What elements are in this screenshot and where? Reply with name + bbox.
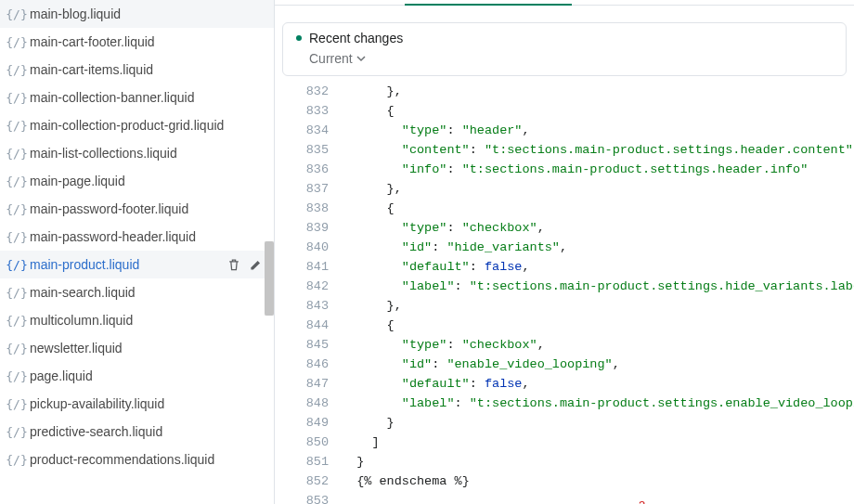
file-item-label: pickup-availability.liquid: [30, 396, 265, 411]
code-line[interactable]: "label": "t:sections.main-product.settin…: [342, 394, 854, 413]
code-file-icon: {/}: [9, 146, 24, 161]
file-item[interactable]: {/}main-blog.liquid: [0, 0, 274, 28]
code-line[interactable]: "id": "enable_video_looping",: [342, 355, 854, 374]
line-number: 840: [275, 238, 329, 257]
code-line[interactable]: [342, 491, 854, 504]
file-item-label: main-collection-banner.liquid: [30, 90, 265, 105]
code-file-icon: {/}: [9, 229, 24, 244]
editor-pane: Recent changes Current 83283383483583683…: [275, 0, 854, 504]
file-item[interactable]: {/}product-recommendations.liquid: [0, 446, 274, 473]
file-item[interactable]: {/}main-search.liquid: [0, 278, 274, 306]
line-number: 844: [275, 316, 329, 335]
file-item-label: main-search.liquid: [30, 285, 265, 300]
line-number: 851: [275, 452, 329, 472]
code-file-icon: {/}: [9, 6, 24, 21]
file-item[interactable]: {/}predictive-search.liquid: [0, 418, 274, 446]
file-item-label: main-blog.liquid: [30, 6, 265, 21]
code-line[interactable]: "id": "hide_variants",: [342, 238, 854, 257]
code-file-icon: {/}: [9, 34, 24, 49]
file-item-label: main-product.liquid: [30, 257, 220, 272]
chevron-down-icon: [356, 51, 366, 66]
code-line[interactable]: }: [342, 452, 854, 472]
code-line[interactable]: "default": false,: [342, 257, 854, 277]
file-item[interactable]: {/}main-password-footer.liquid: [0, 195, 274, 223]
code-file-icon: {/}: [9, 201, 24, 216]
line-number: 849: [275, 413, 329, 433]
edit-icon[interactable]: [248, 256, 265, 273]
line-number: 832: [275, 82, 329, 101]
file-item-label: predictive-search.liquid: [30, 424, 265, 439]
code-line[interactable]: {: [342, 199, 854, 218]
line-number: 852: [275, 472, 329, 491]
code-line[interactable]: "content": "t:sections.main-product.sett…: [342, 140, 854, 160]
recent-changes-bar: Recent changes Current: [282, 22, 847, 76]
code-editor[interactable]: 8328338348358368378388398408418428438448…: [275, 82, 854, 504]
sidebar-scrollbar-thumb[interactable]: [265, 241, 274, 316]
sidebar-scrollbar[interactable]: [265, 241, 274, 316]
line-number: 850: [275, 433, 329, 452]
active-tab-underline: [405, 4, 572, 6]
code-line[interactable]: "label": "t:sections.main-product.settin…: [342, 277, 854, 296]
code-file-icon: {/}: [9, 257, 24, 272]
code-line[interactable]: "type": "checkbox",: [342, 335, 854, 355]
code-file-icon: {/}: [9, 174, 24, 188]
code-file-icon: {/}: [9, 118, 24, 133]
line-number: 848: [275, 394, 329, 413]
file-item-actions: [226, 256, 265, 273]
file-item[interactable]: {/}main-cart-footer.liquid: [0, 28, 274, 56]
file-list: {/}main-blog.liquid{/}main-cart-footer.l…: [0, 0, 274, 504]
line-number: 846: [275, 355, 329, 374]
line-number: 841: [275, 257, 329, 277]
code-line[interactable]: },: [342, 296, 854, 316]
code-line[interactable]: "default": false,: [342, 374, 854, 394]
file-item[interactable]: {/}main-cart-items.liquid: [0, 56, 274, 84]
file-item-label: page.liquid: [30, 368, 265, 383]
current-version-label: Current: [309, 51, 353, 66]
file-item-label: multicolumn.liquid: [30, 313, 265, 328]
file-item[interactable]: {/}page.liquid: [0, 362, 274, 390]
line-number: 837: [275, 179, 329, 199]
file-item-label: main-page.liquid: [30, 174, 265, 188]
file-item[interactable]: {/}main-password-header.liquid: [0, 223, 274, 251]
editor-tabs: [275, 0, 854, 6]
code-file-icon: {/}: [9, 285, 24, 300]
line-number: 845: [275, 335, 329, 355]
code-line[interactable]: "type": "checkbox",: [342, 218, 854, 238]
file-item[interactable]: {/}main-product.liquid: [0, 251, 274, 278]
code-file-icon: {/}: [9, 424, 24, 439]
code-line[interactable]: },: [342, 179, 854, 199]
code-content[interactable]: }, { "type": "header", "content": "t:sec…: [342, 82, 854, 504]
file-item[interactable]: {/}multicolumn.liquid: [0, 306, 274, 334]
code-line[interactable]: {: [342, 316, 854, 335]
code-file-icon: {/}: [9, 452, 24, 467]
status-dot-icon: [296, 35, 302, 41]
file-item[interactable]: {/}main-collection-product-grid.liquid: [0, 111, 274, 139]
line-number: 835: [275, 140, 329, 160]
line-number: 842: [275, 277, 329, 296]
code-line[interactable]: "type": "header",: [342, 121, 854, 140]
file-item[interactable]: {/}newsletter.liquid: [0, 334, 274, 362]
file-item[interactable]: {/}main-list-collections.liquid: [0, 139, 274, 167]
file-sidebar: {/}main-blog.liquid{/}main-cart-footer.l…: [0, 0, 275, 504]
code-line[interactable]: {% endschema %}: [342, 472, 854, 491]
delete-icon[interactable]: [226, 256, 242, 273]
code-file-icon: {/}: [9, 341, 24, 355]
file-item-label: main-collection-product-grid.liquid: [30, 118, 265, 133]
file-item[interactable]: {/}main-page.liquid: [0, 167, 274, 195]
code-line[interactable]: ]: [342, 433, 854, 452]
file-item[interactable]: {/}main-collection-banner.liquid: [0, 84, 274, 111]
line-number: 839: [275, 218, 329, 238]
file-item-label: product-recommendations.liquid: [30, 452, 265, 467]
code-line[interactable]: "info": "t:sections.main-product.setting…: [342, 160, 854, 179]
file-item[interactable]: {/}pickup-availability.liquid: [0, 390, 274, 418]
line-number: 838: [275, 199, 329, 218]
line-number: 836: [275, 160, 329, 179]
code-line[interactable]: {: [342, 101, 854, 121]
line-number: 853: [275, 491, 329, 504]
annotation-number: 3: [639, 496, 645, 504]
code-line[interactable]: }: [342, 413, 854, 433]
code-file-icon: {/}: [9, 313, 24, 328]
version-dropdown[interactable]: Current: [296, 51, 833, 66]
line-number: 833: [275, 101, 329, 121]
code-line[interactable]: },: [342, 82, 854, 101]
